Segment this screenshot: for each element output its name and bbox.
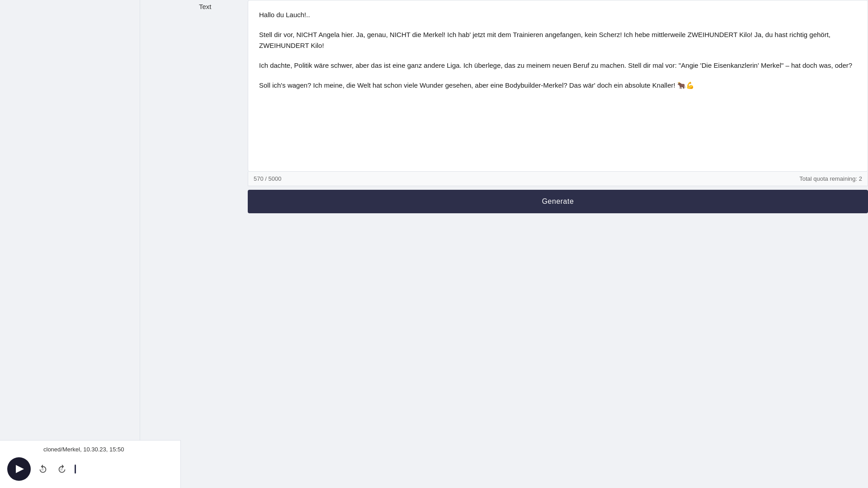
content-text: Hallo du Lauch!.. Stell dir vor, NICHT A… [259,9,857,91]
rewind-button[interactable]: 10 [36,462,50,476]
audio-controls: 10 10 [7,457,173,481]
text-section-label: Text [199,0,212,13]
waveform-bar [75,465,76,474]
main-container: Text Hallo du Lauch!.. Stell dir vor, NI… [0,0,868,488]
quota-remaining: Total quota remaining: 2 [799,175,862,182]
forward-button[interactable]: 10 [55,462,69,476]
right-panel: Text Hallo du Lauch!.. Stell dir vor, NI… [140,0,868,488]
audio-waveform [74,462,76,476]
forward-icon: 10 [57,464,67,474]
left-panel [0,0,140,488]
svg-text:10: 10 [41,469,44,471]
play-icon [16,465,24,473]
play-button[interactable] [7,457,31,481]
svg-text:10: 10 [60,469,63,471]
paragraph-1: Hallo du Lauch!.. [259,9,857,20]
content-card: Hallo du Lauch!.. Stell dir vor, NICHT A… [248,0,868,172]
paragraph-2: Stell dir vor, NICHT Angela hier. Ja, ge… [259,29,857,51]
generate-button[interactable]: Generate [248,190,868,213]
char-count-bar: 570 / 5000 Total quota remaining: 2 [248,172,868,186]
paragraph-3: Ich dachte, Politik wäre schwer, aber da… [259,60,857,71]
rewind-icon: 10 [38,464,48,474]
character-count: 570 / 5000 [254,175,281,182]
audio-title: cloned/Merkel, 10.30.23, 15:50 [43,446,173,453]
audio-player: cloned/Merkel, 10.30.23, 15:50 10 10 [0,440,181,488]
paragraph-4: Soll ich's wagen? Ich meine, die Welt ha… [259,80,857,91]
left-panel-content [0,0,140,14]
